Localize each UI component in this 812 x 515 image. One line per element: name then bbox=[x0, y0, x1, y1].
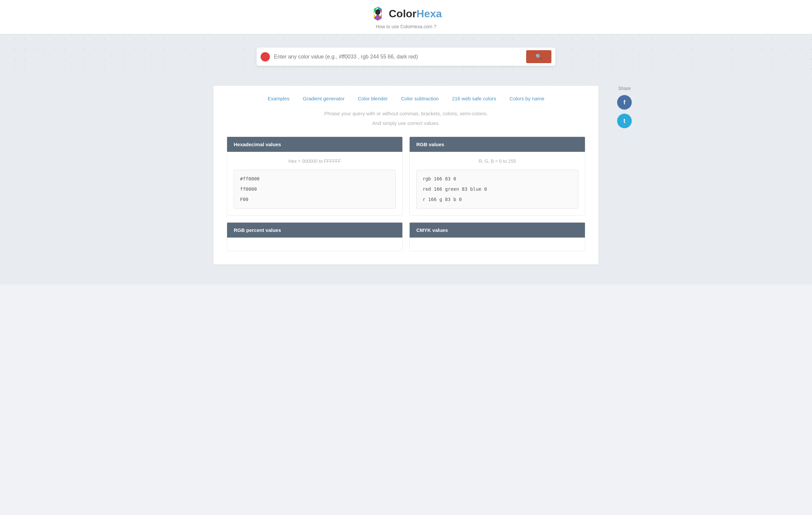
twitter-share-button[interactable]: t bbox=[617, 114, 632, 128]
nav-link-examples[interactable]: Examples bbox=[267, 96, 289, 101]
rgb-examples-box: rgb 166 83 0 red 166 green 83 blue 0 r 1… bbox=[416, 170, 578, 209]
hex-examples-box: #ff0000 ff0000 F00 bbox=[234, 170, 396, 209]
search-button[interactable]: 🔍 bbox=[526, 50, 551, 63]
logo-hexa-text: Hexa bbox=[417, 8, 442, 20]
rgb-values-header: RGB values bbox=[410, 137, 585, 152]
hex-values-title: Hexadecimal values bbox=[234, 141, 281, 147]
logo[interactable]: ColorHexa bbox=[370, 6, 442, 21]
search-input[interactable] bbox=[274, 54, 522, 60]
nav-link-gradient-generator[interactable]: Gradient generator bbox=[303, 96, 345, 101]
share-label: Share bbox=[618, 86, 630, 91]
content-card: Examples Gradient generator Color blende… bbox=[213, 86, 599, 265]
rgb-values-section: RGB values R, G, B = 0 to 255 rgb 166 83… bbox=[409, 137, 585, 216]
nav-link-color-blender[interactable]: Color blender bbox=[358, 96, 388, 101]
rgb-values-title: RGB values bbox=[416, 141, 444, 147]
rgb-values-body: R, G, B = 0 to 255 rgb 166 83 0 red 166 … bbox=[410, 152, 585, 215]
twitter-icon: t bbox=[624, 118, 626, 125]
rgb-example-3: r 166 g 83 b 0 bbox=[423, 196, 572, 203]
cmyk-values-header: CMYK values bbox=[410, 223, 585, 238]
sections-grid: Hexadecimal values Hex = 000000 to FFFFF… bbox=[227, 137, 585, 251]
cmyk-values-body bbox=[410, 238, 585, 251]
rgb-values-subtitle: R, G, B = 0 to 255 bbox=[416, 159, 578, 164]
hex-values-body: Hex = 000000 to FFFFFF #ff0000 ff0000 F0… bbox=[227, 152, 402, 215]
logo-hexagon-icon bbox=[370, 6, 385, 21]
nav-link-color-subtraction[interactable]: Color subtraction bbox=[401, 96, 438, 101]
logo-text: ColorHexa bbox=[389, 8, 442, 20]
rgb-percent-section: RGB percent values bbox=[227, 222, 403, 251]
header-subtitle: How to use ColorHexa.com ? bbox=[0, 24, 812, 29]
site-header: ColorHexa How to use ColorHexa.com ? bbox=[0, 0, 812, 34]
hex-values-subtitle: Hex = 000000 to FFFFFF bbox=[234, 159, 396, 164]
search-bar: 🔍 bbox=[257, 48, 555, 66]
rgb-percent-header: RGB percent values bbox=[227, 223, 402, 238]
nav-links: Examples Gradient generator Color blende… bbox=[227, 96, 585, 101]
hex-example-3: F00 bbox=[240, 196, 389, 203]
rgb-percent-title: RGB percent values bbox=[234, 227, 281, 233]
hex-values-header: Hexadecimal values bbox=[227, 137, 402, 152]
hex-example-1: #ff0000 bbox=[240, 175, 389, 182]
color-preview-dot bbox=[261, 52, 270, 61]
description-line1: Phrase your query with or without commas… bbox=[227, 111, 585, 116]
hex-values-section: Hexadecimal values Hex = 000000 to FFFFF… bbox=[227, 137, 403, 216]
main-content: Share f t Examples Gradient generator Co… bbox=[207, 79, 605, 271]
search-area: 🔍 bbox=[0, 34, 812, 79]
cmyk-values-title: CMYK values bbox=[416, 227, 448, 233]
share-sidebar: Share f t bbox=[617, 86, 632, 128]
rgb-example-2: red 166 green 83 blue 0 bbox=[423, 186, 572, 193]
facebook-share-button[interactable]: f bbox=[617, 95, 632, 110]
search-icon: 🔍 bbox=[535, 54, 542, 59]
hex-example-2: ff0000 bbox=[240, 186, 389, 193]
facebook-icon: f bbox=[624, 99, 626, 106]
nav-link-216-web-safe-colors[interactable]: 216 web safe colors bbox=[452, 96, 496, 101]
description-line2: And simply use correct values. bbox=[227, 120, 585, 126]
cmyk-values-section: CMYK values bbox=[409, 222, 585, 251]
logo-color-text: Color bbox=[389, 8, 417, 20]
nav-link-colors-by-name[interactable]: Colors by name bbox=[510, 96, 545, 101]
rgb-percent-body bbox=[227, 238, 402, 251]
rgb-example-1: rgb 166 83 0 bbox=[423, 175, 572, 182]
